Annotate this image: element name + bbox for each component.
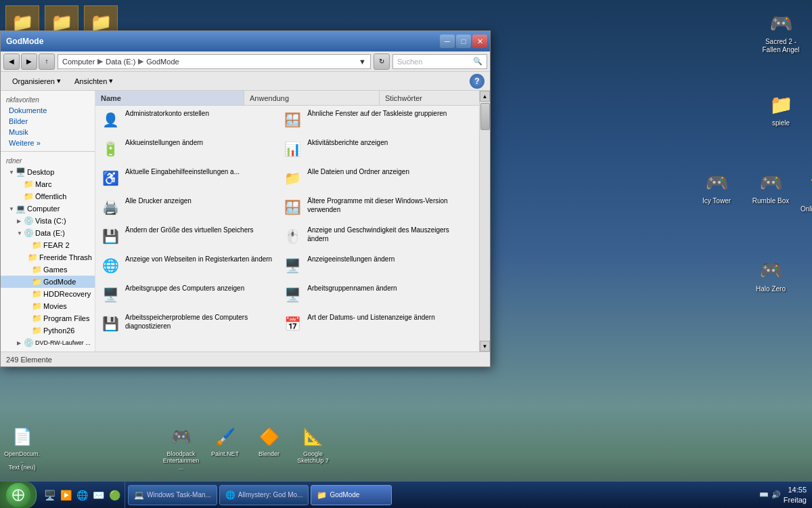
- godmode-taskbar-icon: 📁: [317, 490, 327, 500]
- file-icon-2b: 📊: [281, 138, 303, 160]
- volume-icon[interactable]: 🔊: [771, 490, 781, 499]
- desktop-icon-sacred2[interactable]: 🎮 Sacred 2 - Fallen Angel: [757, 7, 805, 57]
- search-box[interactable]: Suchen 🔍: [392, 54, 487, 69]
- taskbar-clock: 14:55 Freitag: [784, 485, 807, 505]
- sidebar-item-bilder[interactable]: Bilder: [3, 116, 92, 127]
- tree-godmode[interactable]: 📁GodMode: [1, 276, 95, 288]
- tree-vistac[interactable]: ▶💿Vista (C:): [1, 215, 95, 227]
- file-row-2[interactable]: 🔋 Akkueinstellungen ändern 📊 Aktivitätsb…: [95, 135, 479, 164]
- tree-desktop[interactable]: ▼🖥️Desktop: [1, 166, 95, 178]
- file-name-2b: Aktivitätsberichte anzeigen: [307, 138, 388, 147]
- refresh-button[interactable]: ↻: [374, 54, 390, 70]
- file-row-6[interactable]: 🌐 Anzeige von Webseiten in Registerkarte…: [95, 251, 479, 280]
- tree-computer[interactable]: ▼💻Computer: [1, 203, 95, 215]
- file-list-container: Name Anwendung Stichwörter ▲ ▼ �: [95, 91, 490, 352]
- pinned-bloodpack[interactable]: 🎮 BloodpackEntertainmen...: [162, 423, 200, 471]
- maximize-button[interactable]: □: [456, 35, 471, 48]
- blender-label: Blender: [258, 450, 279, 457]
- sidebar-item-dokumente[interactable]: Dokumente: [3, 105, 92, 116]
- tree-python26[interactable]: 📁Python26: [1, 324, 95, 337]
- file-name-6a: Anzeige von Webseiten in Registerkarten …: [125, 255, 272, 263]
- file-row-3[interactable]: ♿ Aktuelle Eingabehilfeeinstellungen a..…: [95, 164, 479, 193]
- file-icon-8b: 📅: [281, 313, 303, 335]
- file-row-1[interactable]: 👤 Administratorkonto erstellen 🪟 Ähnlich…: [95, 106, 479, 135]
- desktop-icon-spiele[interactable]: 📁 spiele: [757, 88, 805, 130]
- taskbar-tasks: 💻 Windows Task-Man... 🌐 Allmystery: God …: [125, 485, 754, 505]
- tree-programfiles[interactable]: 📁Program Files: [1, 312, 95, 324]
- taskbar-firefox-icon[interactable]: 🌐: [74, 488, 89, 503]
- file-name-4a: Alle Drucker anzeigen: [125, 196, 191, 205]
- tree-freeride[interactable]: 📁Freeride Thrash: [1, 251, 95, 263]
- blender-icon: 🔶: [256, 423, 283, 450]
- file-icon-4a: 🖨️: [99, 196, 121, 218]
- taskbar-task-taskman[interactable]: 💻 Windows Task-Man...: [128, 485, 217, 505]
- taskbar-media-icon[interactable]: ▶️: [58, 488, 73, 503]
- desktop-icon-halozero[interactable]: 🎮 Halo Zero: [746, 254, 795, 296]
- scroll-up-button[interactable]: ▲: [480, 91, 490, 102]
- file-icon-7a: 🖥️: [99, 284, 121, 305]
- bottom-icon-opendoc[interactable]: 📄 OpenDocum...Text (neu): [3, 423, 41, 471]
- taskbar-task-firefox[interactable]: 🌐 Allmystery: God Mo...: [219, 485, 309, 505]
- file-icon-3a: ♿: [99, 167, 121, 189]
- tree-oeffentlich[interactable]: 📁Öffentlich: [1, 190, 95, 203]
- file-name-7a: Arbeitsgruppe des Computers anzeigen: [125, 284, 244, 293]
- taskbar-task-godmode[interactable]: 📁 GodMode: [311, 485, 392, 505]
- window-titlebar: GodMode ─ □ ✕: [1, 31, 490, 51]
- taskbar-ie-icon[interactable]: 🖥️: [42, 488, 57, 503]
- clock-day: Freitag: [784, 495, 807, 505]
- opendoc-icon: 📄: [9, 423, 36, 450]
- file-icon-5a: 💾: [99, 226, 121, 247]
- col-name[interactable]: Name: [95, 91, 244, 105]
- bottom-app-icons: 📄 OpenDocum...Text (neu): [3, 423, 41, 471]
- file-row-4[interactable]: 🖨️ Alle Drucker anzeigen 🪟 Ältere Progra…: [95, 193, 479, 222]
- up-button[interactable]: ↑: [39, 54, 55, 70]
- tree-dvdrw[interactable]: ▶💿DVD-RW-Laufwer ...: [1, 337, 95, 349]
- tree-marc[interactable]: 📁Marc: [1, 178, 95, 190]
- file-row-7[interactable]: 🖥️ Arbeitsgruppe des Computers anzeigen …: [95, 280, 479, 310]
- organise-button[interactable]: Organisieren ▾: [6, 74, 67, 88]
- rumblebox-icon: 🎮: [757, 169, 784, 196]
- col-anwendung[interactable]: Anwendung: [244, 91, 380, 105]
- icytower-label: Icy Tower: [702, 197, 731, 205]
- col-stichwörter[interactable]: Stichwörter: [380, 91, 490, 105]
- firefox-taskbar-icon: 🌐: [225, 490, 235, 500]
- file-name-2a: Akkueinstellungen ändern: [125, 138, 203, 147]
- pinned-sketchup[interactable]: 📐 GoogleSketchUp 7: [294, 423, 332, 471]
- tree-movies[interactable]: 📁Movies: [1, 300, 95, 312]
- minimize-button[interactable]: ─: [440, 35, 455, 48]
- close-button[interactable]: ✕: [472, 35, 487, 48]
- window-title: GodMode: [6, 37, 43, 46]
- tree-datae[interactable]: ▼💿Data (E:): [1, 227, 95, 239]
- sidebar-item-musik[interactable]: Musik: [3, 127, 92, 137]
- desktop-icon-rumblebox[interactable]: 🎮 Rumble Box: [746, 166, 795, 208]
- sidebar-item-weitere[interactable]: Weitere »: [3, 137, 92, 148]
- pinned-apps: 🎮 BloodpackEntertainmen... 🖌️ Paint.NET …: [162, 423, 332, 471]
- desktop-icon-icytower[interactable]: 🎮 Icy Tower: [692, 166, 741, 208]
- file-row-8[interactable]: 💾 Arbeitsspeicherprobleme des Computers …: [95, 310, 479, 339]
- path-dropdown[interactable]: ▼: [359, 58, 366, 66]
- help-button[interactable]: ?: [470, 74, 484, 89]
- start-orb: [6, 483, 30, 507]
- desktop-icon-fiesta[interactable]: ⭐ Fiesta Online(EU_G...: [797, 166, 812, 224]
- tree-games[interactable]: 📁Games: [1, 263, 95, 276]
- pinned-blender[interactable]: 🔶 Blender: [250, 423, 288, 471]
- tree-hddrecovery[interactable]: 📁HDDRecovery: [1, 288, 95, 300]
- file-icon-4b: 🪟: [281, 196, 303, 218]
- tree-fear2[interactable]: 📁FEAR 2: [1, 239, 95, 251]
- taskbar-mail-icon[interactable]: ✉️: [91, 488, 106, 503]
- views-label: Ansichten: [74, 77, 107, 85]
- favorites-label: nkfavoriten: [1, 93, 95, 105]
- search-icon: 🔍: [473, 57, 482, 66]
- file-row-5[interactable]: 💾 Ändern der Größe des virtuellen Speich…: [95, 222, 479, 251]
- halozero-icon: 🎮: [757, 257, 784, 284]
- pinned-paintnet[interactable]: 🖌️ Paint.NET: [206, 423, 244, 471]
- views-button[interactable]: Ansichten ▾: [68, 74, 119, 88]
- toolbar: Organisieren ▾ Ansichten ▾ ?: [1, 72, 490, 91]
- taskbar-quick-icons: 🖥️ ▶️ 🌐 ✉️ 🟢: [39, 482, 125, 508]
- back-button[interactable]: ◀: [3, 54, 20, 70]
- start-button[interactable]: [0, 482, 37, 509]
- forward-button[interactable]: ▶: [21, 54, 37, 70]
- address-path[interactable]: Computer ▶ Data (E:) ▶ GodMode ▼: [58, 54, 371, 69]
- spiele-label: spiele: [772, 119, 790, 127]
- taskbar-green-icon[interactable]: 🟢: [107, 488, 122, 503]
